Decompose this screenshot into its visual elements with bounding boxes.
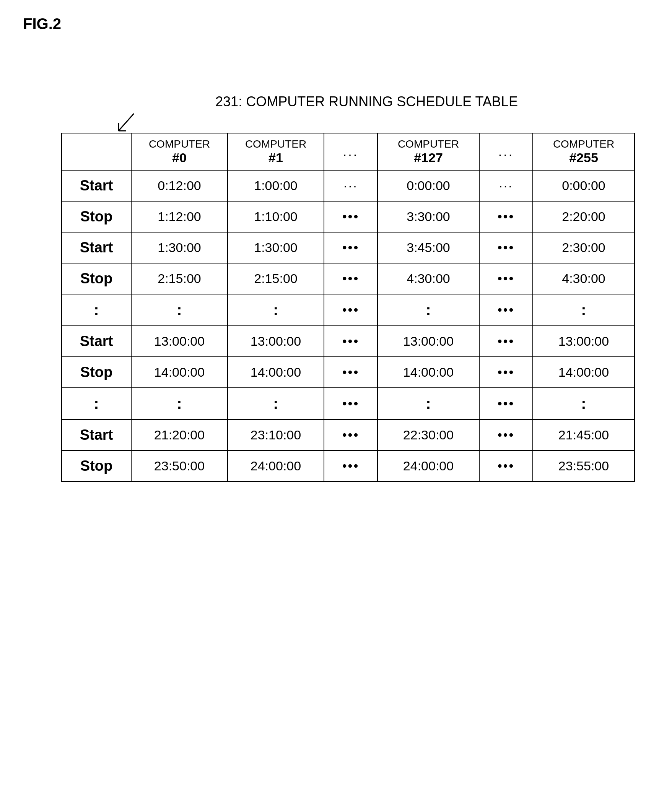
row-comp0: 13:00:00	[131, 326, 228, 357]
row-comp1: :	[228, 388, 324, 419]
row-dots1: •••	[324, 419, 378, 450]
row-label: Start	[62, 326, 131, 357]
row-comp255: 0:00:00	[533, 170, 634, 201]
row-comp127: 3:45:00	[378, 232, 479, 263]
row-dots1: •••	[324, 388, 378, 419]
row-label: Stop	[62, 263, 131, 294]
header-dots1: ...	[324, 133, 378, 170]
arrow-icon	[115, 112, 138, 133]
row-dots2: •••	[479, 326, 533, 357]
row-comp127: 3:30:00	[378, 201, 479, 232]
table-row: Start13:00:0013:00:00•••13:00:00•••13:00…	[62, 326, 634, 357]
row-label: Start	[62, 419, 131, 450]
fig-label: FIG.2	[23, 15, 649, 33]
row-dots1: •••	[324, 232, 378, 263]
row-dots2: •••	[479, 232, 533, 263]
row-dots1: ···	[324, 170, 378, 201]
table-body: Start0:12:001:00:00···0:00:00···0:00:00S…	[62, 170, 634, 481]
row-comp127: 22:30:00	[378, 419, 479, 450]
row-comp255: 4:30:00	[533, 263, 634, 294]
row-dots2: •••	[479, 294, 533, 326]
table-row: Stop23:50:0024:00:00•••24:00:00•••23:55:…	[62, 450, 634, 481]
row-label: :	[62, 294, 131, 326]
header-computer127: COMPUTER #127	[378, 133, 479, 170]
row-comp1: 13:00:00	[228, 326, 324, 357]
header-computer1: COMPUTER #1	[228, 133, 324, 170]
row-comp255: :	[533, 294, 634, 326]
row-dots1: •••	[324, 201, 378, 232]
row-comp1: 1:10:00	[228, 201, 324, 232]
row-comp255: 13:00:00	[533, 326, 634, 357]
row-comp0: 23:50:00	[131, 450, 228, 481]
row-dots1: •••	[324, 263, 378, 294]
table-row: Stop2:15:002:15:00•••4:30:00•••4:30:00	[62, 263, 634, 294]
row-label: :	[62, 388, 131, 419]
row-dots2: •••	[479, 201, 533, 232]
row-dots2: •••	[479, 450, 533, 481]
row-comp1: :	[228, 294, 324, 326]
row-label: Stop	[62, 357, 131, 388]
table-title: 231: COMPUTER RUNNING SCHEDULE TABLE	[84, 94, 649, 110]
row-label: Start	[62, 170, 131, 201]
row-label: Stop	[62, 450, 131, 481]
row-dots2: •••	[479, 419, 533, 450]
row-comp255: 2:20:00	[533, 201, 634, 232]
row-comp0: 21:20:00	[131, 419, 228, 450]
row-comp127: 13:00:00	[378, 326, 479, 357]
row-comp255: 2:30:00	[533, 232, 634, 263]
row-comp1: 14:00:00	[228, 357, 324, 388]
row-comp1: 23:10:00	[228, 419, 324, 450]
row-comp0: 1:12:00	[131, 201, 228, 232]
table-row: :::•••:•••:	[62, 388, 634, 419]
row-comp0: :	[131, 388, 228, 419]
header-dots2: ...	[479, 133, 533, 170]
row-comp255: :	[533, 388, 634, 419]
row-dots2: ···	[479, 170, 533, 201]
row-dots1: •••	[324, 326, 378, 357]
row-comp1: 24:00:00	[228, 450, 324, 481]
row-comp0: 2:15:00	[131, 263, 228, 294]
table-row: Start1:30:001:30:00•••3:45:00•••2:30:00	[62, 232, 634, 263]
header-computer0: COMPUTER #0	[131, 133, 228, 170]
svg-line-0	[118, 113, 134, 131]
table-row: Stop14:00:0014:00:00•••14:00:00•••14:00:…	[62, 357, 634, 388]
schedule-table: COMPUTER #0 COMPUTER #1 ... COMPUTER #12…	[61, 133, 635, 482]
row-comp255: 23:55:00	[533, 450, 634, 481]
header-computer255: COMPUTER #255	[533, 133, 634, 170]
row-comp0: :	[131, 294, 228, 326]
row-comp0: 14:00:00	[131, 357, 228, 388]
row-comp0: 0:12:00	[131, 170, 228, 201]
header-col0	[62, 133, 131, 170]
row-dots2: •••	[479, 263, 533, 294]
row-comp127: 4:30:00	[378, 263, 479, 294]
row-dots2: •••	[479, 357, 533, 388]
table-header: COMPUTER #0 COMPUTER #1 ... COMPUTER #12…	[62, 133, 634, 170]
row-comp255: 21:45:00	[533, 419, 634, 450]
table-row: Start21:20:0023:10:00•••22:30:00•••21:45…	[62, 419, 634, 450]
row-comp127: 14:00:00	[378, 357, 479, 388]
row-dots1: •••	[324, 450, 378, 481]
row-comp0: 1:30:00	[131, 232, 228, 263]
row-dots2: •••	[479, 388, 533, 419]
row-comp1: 2:15:00	[228, 263, 324, 294]
row-dots1: •••	[324, 294, 378, 326]
row-comp127: :	[378, 294, 479, 326]
table-row: Stop1:12:001:10:00•••3:30:00•••2:20:00	[62, 201, 634, 232]
table-row: :::•••:•••:	[62, 294, 634, 326]
table-row: Start0:12:001:00:00···0:00:00···0:00:00	[62, 170, 634, 201]
row-comp255: 14:00:00	[533, 357, 634, 388]
row-label: Start	[62, 232, 131, 263]
row-comp1: 1:00:00	[228, 170, 324, 201]
row-comp1: 1:30:00	[228, 232, 324, 263]
row-comp127: 24:00:00	[378, 450, 479, 481]
row-dots1: •••	[324, 357, 378, 388]
row-comp127: :	[378, 388, 479, 419]
row-comp127: 0:00:00	[378, 170, 479, 201]
row-label: Stop	[62, 201, 131, 232]
